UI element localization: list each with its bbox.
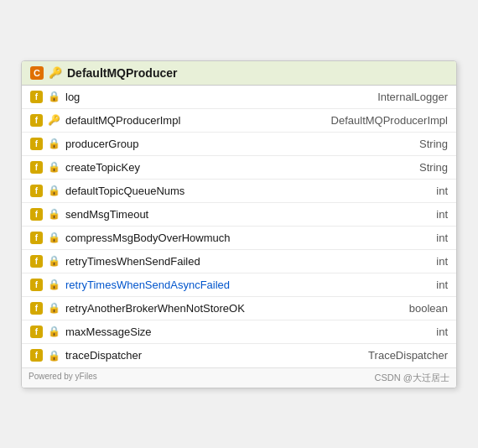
table-row: f🔒compressMsgBodyOverHowmuchint <box>22 227 456 250</box>
field-badge: f <box>30 302 43 315</box>
field-name: maxMessageSize <box>65 326 431 338</box>
table-row: f🔒sendMsgTimeoutint <box>22 203 456 227</box>
field-name: producerGroup <box>65 138 414 150</box>
fields-list: f🔒logInternalLoggerf🔑defaultMQProducerIm… <box>22 86 456 367</box>
table-row: f🔒producerGroupString <box>22 133 456 156</box>
field-badge: f <box>30 114 43 127</box>
field-badge: f <box>30 326 43 338</box>
field-badge: f <box>30 161 43 174</box>
field-badge: f <box>30 279 43 291</box>
lock-icon: 🔒 <box>48 208 60 220</box>
lock-icon: 🔒 <box>48 255 60 267</box>
field-name: defaultTopicQueueNums <box>65 185 431 197</box>
lock-icon: 🔒 <box>48 232 60 243</box>
class-diagram-card: C 🔑 DefaultMQProducer f🔒logInternalLogge… <box>21 60 457 388</box>
lock-icon: 🔒 <box>48 185 60 196</box>
key-icon: 🔑 <box>48 114 60 126</box>
table-row: f🔑defaultMQProducerImplDefaultMQProducer… <box>22 109 456 133</box>
field-name: compressMsgBodyOverHowmuch <box>65 232 431 244</box>
field-name: retryTimesWhenSendFailed <box>65 255 431 268</box>
field-name: retryAnotherBrokerWhenNotStoreOK <box>65 302 404 315</box>
lock-icon: 🔒 <box>48 350 60 362</box>
field-type: int <box>436 185 448 197</box>
field-type: int <box>436 326 448 338</box>
lock-icon: 🔒 <box>48 326 60 337</box>
class-badge: C <box>30 66 44 80</box>
key-badge: 🔑 <box>49 66 62 79</box>
table-row: f🔒defaultTopicQueueNumsint <box>22 180 456 203</box>
lock-icon: 🔒 <box>48 91 60 102</box>
field-type: DefaultMQProducerImpl <box>331 114 448 127</box>
field-type: int <box>436 255 448 268</box>
field-type: boolean <box>409 302 448 315</box>
field-badge: f <box>30 91 43 103</box>
field-name: retryTimesWhenSendAsyncFailed <box>65 279 431 291</box>
field-type: String <box>419 161 448 174</box>
field-badge: f <box>30 185 43 197</box>
field-name: log <box>65 91 372 103</box>
table-row: f🔒retryTimesWhenSendFailedint <box>22 250 456 273</box>
footer-right-text: CSDN @大迁居士 <box>375 372 449 384</box>
field-type: TraceDispatcher <box>368 349 448 362</box>
field-type: int <box>436 232 448 244</box>
field-type: String <box>419 138 448 150</box>
field-name: defaultMQProducerImpl <box>65 114 326 127</box>
lock-icon: 🔒 <box>48 138 60 149</box>
card-header: C 🔑 DefaultMQProducer <box>22 61 456 86</box>
table-row: f🔒traceDispatcherTraceDispatcher <box>22 344 456 367</box>
lock-icon: 🔒 <box>48 161 60 173</box>
field-badge: f <box>30 138 43 150</box>
field-name: createTopicKey <box>65 161 414 174</box>
lock-icon: 🔒 <box>48 302 60 314</box>
field-type: int <box>436 279 448 291</box>
field-badge: f <box>30 349 43 362</box>
field-type: InternalLogger <box>377 91 448 103</box>
field-badge: f <box>30 208 43 221</box>
table-row: f🔒logInternalLogger <box>22 86 456 109</box>
field-type: int <box>436 208 448 221</box>
lock-icon: 🔒 <box>48 279 60 290</box>
class-title: DefaultMQProducer <box>67 66 177 80</box>
table-row: f🔒createTopicKeyString <box>22 156 456 180</box>
table-row: f🔒maxMessageSizeint <box>22 320 456 344</box>
field-name: traceDispatcher <box>65 349 363 362</box>
card-footer: Powered by yFiles CSDN @大迁居士 <box>22 367 456 388</box>
table-row: f🔒retryAnotherBrokerWhenNotStoreOKboolea… <box>22 297 456 320</box>
field-badge: f <box>30 232 43 244</box>
field-badge: f <box>30 255 43 268</box>
footer-left-text: Powered by yFiles <box>29 372 97 384</box>
field-name: sendMsgTimeout <box>65 208 431 221</box>
table-row: f🔒retryTimesWhenSendAsyncFailedint <box>22 273 456 297</box>
